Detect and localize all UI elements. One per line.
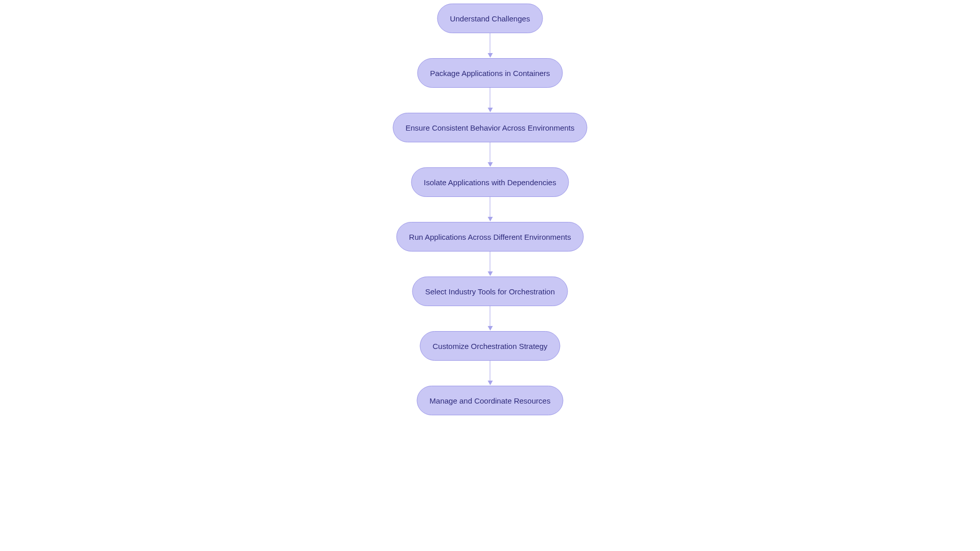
arrow-line [490,252,491,272]
flowchart-node-5: Run Applications Across Different Enviro… [396,222,583,252]
arrow-head-icon [487,381,493,385]
flowchart-node-8: Manage and Coordinate Resources [417,386,564,415]
arrow-head-icon [487,271,493,276]
arrow-head-icon [487,53,493,58]
node-label: Understand Challenges [450,14,530,23]
arrow-line [490,88,491,108]
node-label: Customize Orchestration Strategy [432,342,547,350]
flowchart-arrow [487,142,493,167]
flowchart-node-6: Select Industry Tools for Orchestration [412,277,568,306]
node-label: Isolate Applications with Dependencies [424,178,556,187]
node-label: Package Applications in Containers [430,69,550,78]
flowchart-arrow [487,33,493,58]
flowchart-node-2: Package Applications in Containers [417,58,562,88]
flowchart-arrow [487,361,493,386]
arrow-head-icon [487,162,493,167]
flowchart-arrow [487,88,493,113]
flowchart-container: Understand Challenges Package Applicatio… [393,4,587,415]
flowchart-arrow [487,197,493,222]
node-label: Run Applications Across Different Enviro… [409,233,571,241]
arrow-line [490,197,491,217]
flowchart-node-4: Isolate Applications with Dependencies [411,167,569,197]
arrow-head-icon [487,217,493,221]
flowchart-arrow [487,306,493,331]
arrow-line [490,142,491,163]
arrow-line [490,33,491,54]
arrow-line [490,361,491,381]
flowchart-arrow [487,252,493,277]
arrow-line [490,306,491,327]
flowchart-node-7: Customize Orchestration Strategy [420,331,560,361]
node-label: Ensure Consistent Behavior Across Enviro… [406,123,575,132]
arrow-head-icon [487,326,493,331]
arrow-head-icon [487,108,493,112]
flowchart-node-1: Understand Challenges [437,4,543,33]
node-label: Select Industry Tools for Orchestration [425,287,555,296]
flowchart-node-3: Ensure Consistent Behavior Across Enviro… [393,113,587,142]
node-label: Manage and Coordinate Resources [430,396,551,405]
